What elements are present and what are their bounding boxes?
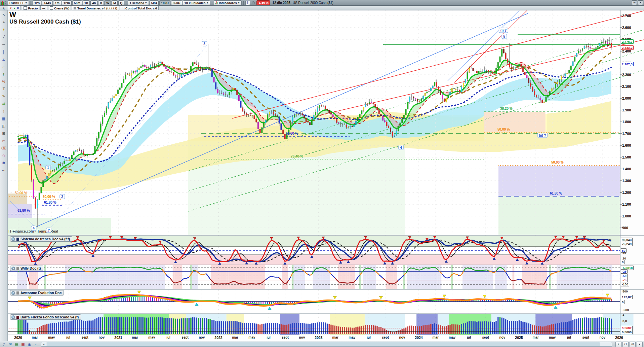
toolbar-grip[interactable]: ⁞⁞ xyxy=(5,1,6,4)
platform-icon[interactable]: ◉ xyxy=(27,342,32,347)
collapse-toolbar-button[interactable]: ∧ xyxy=(1,6,7,10)
star-tool-icon[interactable]: ✶ xyxy=(1,27,7,32)
zoom-controls: ⌖⊖⊕▾ xyxy=(615,342,643,347)
grid-tool-icon[interactable]: ▦ xyxy=(1,116,7,121)
percent-tool-icon[interactable]: % xyxy=(1,79,7,84)
unit-35ku[interactable]: 35kU xyxy=(171,0,182,5)
month-label: nov xyxy=(299,336,305,339)
panel-tab-3[interactable]: ✕Awesome Evolution Doc xyxy=(10,290,64,296)
window-minimize-button[interactable]: ─ xyxy=(632,0,637,5)
chart-canvas[interactable] xyxy=(0,0,644,347)
legend-square-icon xyxy=(16,267,19,270)
year-label: 2023 xyxy=(315,336,322,340)
share-icon[interactable]: ⤴ xyxy=(1,342,6,347)
month-label: mar xyxy=(32,336,38,339)
scroll-left-button[interactable]: ◂ xyxy=(41,342,46,346)
month-label: sept xyxy=(482,336,489,339)
document-icon[interactable]: ▤ xyxy=(14,342,19,347)
year-label: 2025 xyxy=(515,336,523,340)
window-menu-button[interactable]: ▪ xyxy=(638,0,643,5)
checkbox-icon[interactable] xyxy=(24,6,27,10)
year-label: 2022 xyxy=(214,336,222,340)
timeframe-4h[interactable]: 4h xyxy=(90,0,97,5)
month-label: jul xyxy=(267,336,271,339)
chart-scrollbar[interactable]: ◂ xyxy=(41,342,612,347)
close-icon[interactable]: ✕ xyxy=(11,291,15,295)
close-icon[interactable]: ✕ xyxy=(11,315,15,319)
timeframe-12s[interactable]: 12s xyxy=(33,0,41,5)
close-icon[interactable]: ✕ xyxy=(11,267,15,270)
scrollbar-thumb[interactable] xyxy=(47,342,600,346)
units-select[interactable]: 10 k unidades▼ xyxy=(183,0,210,5)
cut-tool-icon[interactable]: ✂ xyxy=(1,138,7,143)
arrow-down-icon: ▼ xyxy=(9,7,12,10)
timeframe-m[interactable]: M xyxy=(112,0,118,5)
checkbox-icon[interactable] xyxy=(50,6,53,10)
info-icon[interactable]: i xyxy=(245,1,250,5)
symbol-select[interactable]: RUSSELL▼ xyxy=(8,0,29,5)
orders-icon[interactable]: ▦ xyxy=(21,342,26,347)
zoom-out-button[interactable]: ⊖ xyxy=(622,342,629,347)
add-panel-tool-icon[interactable]: ⊞ xyxy=(1,131,7,136)
channel-tool-icon[interactable]: ⌐ xyxy=(1,64,7,69)
month-label: may xyxy=(48,336,55,339)
month-label: nov xyxy=(599,336,605,339)
pattern-tool-icon[interactable]: ✱ xyxy=(1,160,7,166)
scale-buttons[interactable]: ▼ ▲ ⊗ xyxy=(8,6,21,10)
close-w-toggle[interactable]: Cierre (W) xyxy=(48,6,71,10)
period-select[interactable]: 1 semana▼ xyxy=(128,0,149,5)
panel-tab-2[interactable]: ✕Willy Doc (t) xyxy=(10,266,43,271)
drawing-tools-sidebar: ↖⌖✶╱─│∠⌐ƒ%T✎⇄↕▦◫⊞✂⌫◇✱⋯ xyxy=(0,10,8,347)
timeframe-q[interactable]: Q xyxy=(118,0,124,5)
scroll-right-button[interactable]: ▾ xyxy=(637,342,643,347)
timeframe-1m[interactable]: 1m xyxy=(53,0,61,5)
month-label: sept xyxy=(582,336,589,339)
shape-tool-icon[interactable]: ◇ xyxy=(1,153,7,158)
unit-5ku[interactable]: 5kU xyxy=(150,0,159,5)
dots-tool-icon[interactable]: ⋯ xyxy=(1,168,7,173)
month-label: nov xyxy=(98,336,105,339)
timeframe-56m[interactable]: 56m xyxy=(72,0,82,5)
crosshair-tool-icon[interactable]: ⌖ xyxy=(1,20,7,25)
legend-square-icon xyxy=(16,238,19,241)
tunel-domenec-indicator[interactable]: Tunel Domenec v4 (t t t t t) xyxy=(72,6,119,10)
fibonacci-tool-icon[interactable]: ƒ xyxy=(1,71,7,77)
list-button[interactable]: ≔ xyxy=(40,6,47,10)
unit-10ku[interactable]: 10kU xyxy=(159,0,170,5)
pencil-tool-icon[interactable]: ✎ xyxy=(1,94,7,99)
horizontal-line-tool-icon[interactable]: ─ xyxy=(1,42,7,47)
main-toolbar: ⁞⁞ RUSSELL▼ 12s144s1m12m56m1h4hDWMQ 1 se… xyxy=(0,0,644,6)
control-total-indicator[interactable]: Control Total Doc v.6 xyxy=(120,6,159,10)
month-label: nov xyxy=(199,336,205,339)
close-icon[interactable]: ✕ xyxy=(11,237,15,241)
unit-buttons: 5kU10kU35kU xyxy=(150,0,182,5)
zoom-in-button[interactable]: ⊕ xyxy=(630,342,636,347)
indicators-button[interactable]: Indicadores▼ xyxy=(214,0,241,5)
angle-tool-icon[interactable]: ∠ xyxy=(1,57,7,62)
trendline-tool-icon[interactable]: ╱ xyxy=(1,34,7,40)
layout-tool-icon[interactable]: ◫ xyxy=(1,123,7,129)
zoom-fit-button[interactable]: ⌖ xyxy=(615,342,621,347)
panel-tab-4[interactable]: ✕Barra Fuerza Fondo Mercado v4 (f) xyxy=(10,314,81,320)
timeframe-144s[interactable]: 144s xyxy=(42,0,52,5)
timeframe-w[interactable]: W xyxy=(105,0,111,5)
cursor-tool-icon[interactable]: ↖ xyxy=(1,12,7,18)
time-axis[interactable]: 2020marmayjulseptnov2021marmayjulseptnov… xyxy=(0,335,644,341)
text-tool-icon[interactable]: T xyxy=(1,86,7,92)
message-icon[interactable]: ✉ xyxy=(8,342,13,347)
month-label: jul xyxy=(367,336,371,339)
timeframe-1h[interactable]: 1h xyxy=(83,0,90,5)
date-label: 12 dic 2025 xyxy=(272,1,290,5)
price-toggle[interactable]: Precio xyxy=(22,6,39,10)
timeframe-12m[interactable]: 12m xyxy=(62,0,72,5)
chart-settings-toolbar: ∧ ▼ ▲ ⊗ Precio ≔ Cierre (W) Tunel Domene… xyxy=(0,6,644,10)
timeframe-d[interactable]: D xyxy=(98,0,104,5)
panel-tab-1[interactable]: ✕Sistema de trenes Doc v4 (f f) xyxy=(10,236,72,242)
swap-tool-icon[interactable]: ⇄ xyxy=(1,101,7,106)
vertical-line-tool-icon[interactable]: │ xyxy=(1,49,7,55)
bottom-icons: ⤴✉▤▦◉« xyxy=(1,342,38,347)
resize-tool-icon[interactable]: ↕ xyxy=(1,108,7,114)
collapse-label[interactable]: « xyxy=(33,342,38,347)
month-label: nov xyxy=(499,336,505,339)
erase-tool-icon[interactable]: ⌫ xyxy=(1,145,7,151)
